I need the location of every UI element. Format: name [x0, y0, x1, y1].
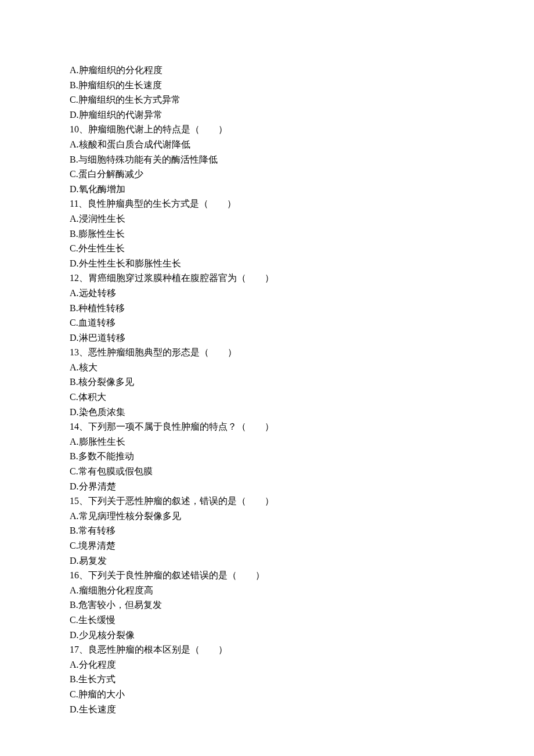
text-line: D.淋巴道转移: [70, 330, 464, 345]
text-line: A.浸润性生长: [70, 211, 464, 226]
text-line: A.核大: [70, 360, 464, 375]
document-body: A.肿瘤组织的分化程度B.肿瘤组织的生长速度C.肿瘤组织的生长方式异常D.肿瘤组…: [70, 63, 464, 717]
text-line: 13、恶性肿瘤细胞典型的形态是（ ）: [70, 345, 464, 360]
text-line: A.常见病理性核分裂像多见: [70, 509, 464, 524]
text-line: A.肿瘤组织的分化程度: [70, 63, 464, 78]
text-line: D.外生性生长和膨胀性生长: [70, 256, 464, 271]
text-line: B.生长方式: [70, 672, 464, 687]
text-line: B.核分裂像多见: [70, 375, 464, 390]
text-line: B.与细胞特殊功能有关的酶活性降低: [70, 152, 464, 167]
text-line: B.常有转移: [70, 523, 464, 538]
text-line: C.血道转移: [70, 315, 464, 330]
text-line: 16、下列关于良性肿瘤的叙述错误的是（ ）: [70, 568, 464, 583]
text-line: D.分界清楚: [70, 479, 464, 494]
text-line: A.膨胀性生长: [70, 434, 464, 449]
text-line: C.外生性生长: [70, 241, 464, 256]
text-line: 11、良性肿瘤典型的生长方式是（ ）: [70, 196, 464, 211]
text-line: 10、肿瘤细胞代谢上的特点是（ ）: [70, 122, 464, 137]
text-line: C.生长缓慢: [70, 613, 464, 628]
text-line: B.肿瘤组织的生长速度: [70, 78, 464, 93]
text-line: C.境界清楚: [70, 538, 464, 553]
text-line: A.分化程度: [70, 657, 464, 672]
text-line: 15、下列关于恶性肿瘤的叙述，错误的是（ ）: [70, 494, 464, 509]
text-line: A.瘤细胞分化程度高: [70, 583, 464, 598]
text-line: A.远处转移: [70, 286, 464, 301]
text-line: D.肿瘤组织的代谢异常: [70, 107, 464, 123]
text-line: B.膨胀性生长: [70, 226, 464, 242]
text-line: D.氧化酶增加: [70, 182, 464, 197]
text-line: D.易复发: [70, 553, 464, 568]
text-line: D.染色质浓集: [70, 405, 464, 420]
text-line: 14、下列那一项不属于良性肿瘤的特点？（ ）: [70, 419, 464, 434]
text-line: B.种植性转移: [70, 301, 464, 316]
text-line: 17、良恶性肿瘤的根本区别是（ ）: [70, 642, 464, 657]
text-line: C.常有包膜或假包膜: [70, 464, 464, 479]
text-line: D.少见核分裂像: [70, 628, 464, 643]
text-line: C.肿瘤组织的生长方式异常: [70, 92, 464, 107]
text-line: A.核酸和蛋白质合成代谢降低: [70, 137, 464, 152]
text-line: C.肿瘤的大小: [70, 687, 464, 702]
text-line: D.生长速度: [70, 702, 464, 717]
text-line: C.体积大: [70, 390, 464, 405]
text-line: C.蛋白分解酶减少: [70, 167, 464, 182]
text-line: 12、胃癌细胞穿过浆膜种植在腹腔器官为（ ）: [70, 271, 464, 286]
text-line: B.危害较小，但易复发: [70, 597, 464, 613]
text-line: B.多数不能推动: [70, 449, 464, 464]
